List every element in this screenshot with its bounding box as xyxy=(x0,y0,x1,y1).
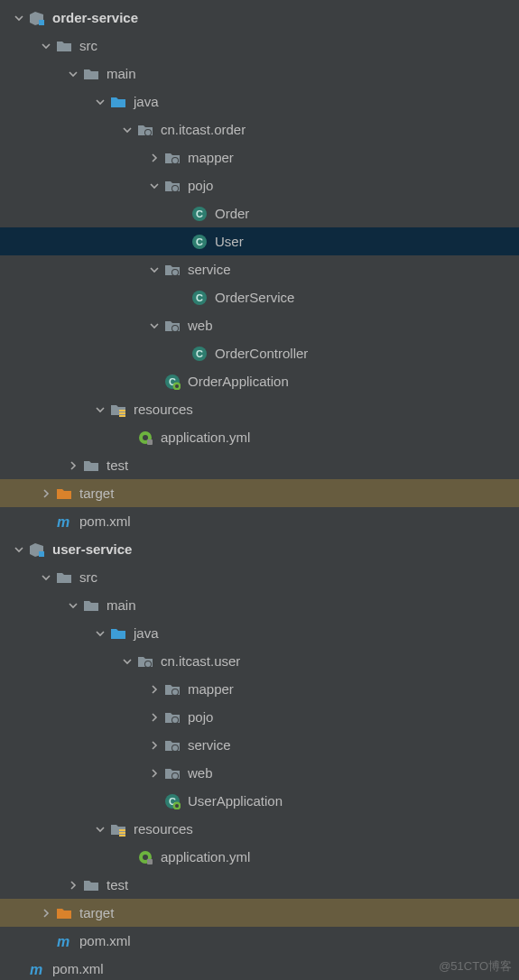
svg-rect-28 xyxy=(147,439,153,445)
tree-row[interactable]: cn.itcast.user xyxy=(0,647,519,675)
chevron-right-icon[interactable] xyxy=(148,739,161,752)
tree-row[interactable]: COrderApplication xyxy=(0,367,519,395)
tree-row[interactable]: target xyxy=(0,479,519,507)
chevron-right-icon[interactable] xyxy=(40,907,52,920)
svg-rect-45 xyxy=(119,829,125,831)
svg-point-32 xyxy=(145,661,151,667)
chevron-right-icon[interactable] xyxy=(67,879,79,892)
tree-row[interactable]: test xyxy=(0,871,519,899)
node-label: web xyxy=(188,765,213,781)
class-icon: C xyxy=(191,206,208,222)
tree-row[interactable]: CUserApplication xyxy=(0,787,519,815)
package-icon xyxy=(164,681,181,698)
chevron-down-icon[interactable] xyxy=(67,599,79,612)
node-label: resources xyxy=(134,402,193,417)
node-label: pom.xml xyxy=(79,933,131,948)
tree-row[interactable]: pojo xyxy=(0,703,519,731)
chevron-down-icon[interactable] xyxy=(13,543,25,556)
maven-icon: m xyxy=(29,961,45,977)
tree-row[interactable]: mapper xyxy=(0,143,519,171)
tree-row[interactable]: mpom.xml xyxy=(0,507,519,535)
tree-row[interactable]: main xyxy=(0,60,519,88)
node-label: main xyxy=(107,597,136,613)
svg-text:C: C xyxy=(196,348,203,359)
package-icon xyxy=(137,653,153,670)
tree-row[interactable]: java xyxy=(0,619,519,647)
chevron-down-icon[interactable] xyxy=(94,823,107,836)
tree-row[interactable]: COrder xyxy=(0,199,519,227)
svg-rect-47 xyxy=(119,835,125,837)
chevron-down-icon[interactable] xyxy=(94,627,107,640)
tree-row[interactable]: mpom.xml xyxy=(0,927,519,955)
node-label: application.yml xyxy=(161,849,250,864)
chevron-right-icon[interactable] xyxy=(148,152,161,164)
yml-icon xyxy=(137,430,153,446)
svg-point-22 xyxy=(175,384,179,388)
tree-row[interactable]: main xyxy=(0,591,519,619)
module-icon xyxy=(29,541,45,558)
node-label: mapper xyxy=(188,150,234,165)
node-label: application.yml xyxy=(161,430,250,445)
node-label: order-service xyxy=(52,10,138,25)
svg-point-12 xyxy=(172,270,178,275)
node-label: cn.itcast.user xyxy=(161,653,240,669)
chevron-down-icon[interactable] xyxy=(94,403,107,416)
tree-row[interactable]: test xyxy=(0,451,519,479)
node-label: test xyxy=(107,458,128,473)
tree-row[interactable]: service xyxy=(0,255,519,283)
chevron-down-icon[interactable] xyxy=(94,96,107,108)
chevron-right-icon[interactable] xyxy=(148,683,161,696)
tree-row[interactable]: pojo xyxy=(0,171,519,199)
chevron-right-icon[interactable] xyxy=(148,711,161,724)
tree-row[interactable]: web xyxy=(0,759,519,787)
svg-text:C: C xyxy=(196,292,203,303)
watermark: @51CTO博客 xyxy=(439,958,512,975)
svg-text:m: m xyxy=(30,962,42,977)
package-icon xyxy=(164,765,181,781)
chevron-down-icon[interactable] xyxy=(121,124,134,136)
chevron-down-icon[interactable] xyxy=(40,40,52,52)
tree-row[interactable]: mapper xyxy=(0,675,519,703)
chevron-right-icon[interactable] xyxy=(148,767,161,780)
tree-row[interactable]: target xyxy=(0,899,519,927)
tree-row[interactable]: CUser xyxy=(0,227,519,255)
chevron-down-icon[interactable] xyxy=(148,263,161,276)
arrow-spacer xyxy=(175,208,188,220)
chevron-down-icon[interactable] xyxy=(121,655,134,668)
tree-row[interactable]: src xyxy=(0,563,519,591)
svg-point-27 xyxy=(143,435,148,440)
arrow-spacer xyxy=(175,291,188,304)
tree-row[interactable]: service xyxy=(0,731,519,759)
maven-icon: m xyxy=(56,513,72,530)
tree-row[interactable]: order-service xyxy=(0,4,519,32)
chevron-down-icon[interactable] xyxy=(148,180,161,192)
svg-rect-23 xyxy=(119,410,125,411)
chevron-down-icon[interactable] xyxy=(40,571,52,584)
tree-row[interactable]: src xyxy=(0,32,519,60)
tree-row[interactable]: resources xyxy=(0,815,519,843)
node-label: pojo xyxy=(188,709,213,725)
node-label: pom.xml xyxy=(52,961,104,976)
node-label: resources xyxy=(134,821,193,837)
tree-row[interactable]: COrderService xyxy=(0,283,519,311)
tree-row[interactable]: user-service xyxy=(0,535,519,563)
chevron-down-icon[interactable] xyxy=(13,12,25,24)
package-icon xyxy=(164,737,181,753)
tree-row[interactable]: application.yml xyxy=(0,843,519,871)
tree-row[interactable]: cn.itcast.order xyxy=(0,116,519,143)
chevron-down-icon[interactable] xyxy=(148,319,161,332)
tree-row[interactable]: COrderController xyxy=(0,339,519,367)
tree-row[interactable]: application.yml xyxy=(0,423,519,451)
tree-row[interactable]: resources xyxy=(0,395,519,423)
tree-row[interactable]: web xyxy=(0,311,519,339)
module-icon xyxy=(29,10,45,26)
chevron-down-icon[interactable] xyxy=(67,68,79,80)
svg-text:m: m xyxy=(57,934,70,949)
svg-rect-0 xyxy=(39,20,44,25)
tree-row[interactable]: java xyxy=(0,88,519,116)
svg-point-6 xyxy=(172,186,178,191)
chevron-right-icon[interactable] xyxy=(67,459,79,472)
arrow-spacer xyxy=(13,963,25,975)
folder-icon xyxy=(56,38,72,54)
chevron-right-icon[interactable] xyxy=(40,487,52,500)
